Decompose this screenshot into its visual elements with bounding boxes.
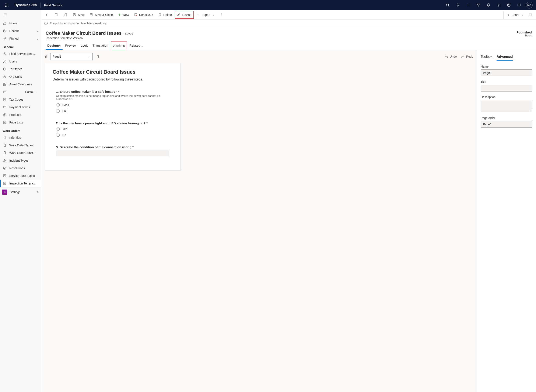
radio-option-yes[interactable]: Yes — [56, 127, 169, 131]
sidebar-item-postal-codes[interactable]: Postal Codes — [0, 88, 41, 96]
redo-button[interactable]: Redo — [461, 55, 473, 58]
sidebar-item-field-service-settings[interactable]: Field Service Setti... — [0, 50, 41, 58]
sidebar-item-incident-types[interactable]: Incident Types — [0, 157, 41, 164]
chevron-down-icon: ⌄ — [88, 55, 90, 58]
share-icon — [507, 13, 510, 17]
cmd-label: Deactivate — [139, 13, 153, 17]
open-new-window-button[interactable] — [61, 10, 70, 19]
cmd-label: Save — [78, 13, 85, 17]
sidebar-item-work-order-types[interactable]: Work Order Types — [0, 141, 41, 149]
new-button[interactable]: New — [116, 11, 131, 19]
filter-icon[interactable] — [473, 0, 483, 10]
sidebar-item-priorities[interactable]: Priorities — [0, 134, 41, 141]
sidebar-item-price-lists[interactable]: Price Lists — [0, 119, 41, 126]
sidebar-section-work-orders: Work Orders — [0, 126, 41, 134]
svg-point-8 — [8, 6, 9, 7]
tab-related[interactable]: Related ⌄ — [128, 42, 145, 50]
radio-option-no[interactable]: No — [56, 133, 169, 137]
sidebar-item-home[interactable]: Home — [0, 19, 41, 27]
tab-logic[interactable]: Logic — [79, 42, 90, 50]
search-icon[interactable] — [443, 0, 453, 10]
question-3[interactable]: 3. Describe the condition of the connect… — [53, 145, 173, 156]
svg-point-50 — [3, 167, 6, 169]
title-input[interactable] — [481, 85, 532, 92]
sidebar-item-label: Users — [9, 60, 38, 63]
sidebar-item-users[interactable]: Users — [0, 58, 41, 65]
add-icon[interactable] — [463, 0, 473, 10]
overflow-button[interactable] — [217, 10, 226, 19]
help-icon[interactable] — [504, 0, 514, 10]
radio-option-pass[interactable]: Pass — [56, 103, 169, 107]
brand-label[interactable]: Dynamics 365 — [12, 3, 40, 7]
sidebar-item-products[interactable]: Products — [0, 111, 41, 119]
export-button[interactable]: Export⌄ — [195, 11, 216, 19]
radio-option-fail[interactable]: Fail — [56, 109, 169, 113]
tab-designer[interactable]: Designer — [46, 42, 62, 50]
assistant-icon[interactable] — [514, 0, 524, 10]
description-input[interactable] — [481, 100, 532, 112]
form-tabs: Designer Preview Logic Translation Versi… — [41, 42, 536, 50]
global-header: Dynamics 365 Field Service MA — [0, 0, 536, 10]
sidebar-item-label: Recent — [9, 29, 34, 33]
chevron-updown-icon: ⇅ — [37, 190, 39, 194]
option-label: Fail — [62, 109, 67, 113]
text-answer-input[interactable] — [56, 150, 169, 156]
sidebar-item-inspection-templates[interactable]: Inspection Templa... — [0, 180, 41, 187]
avatar[interactable]: MA — [526, 2, 533, 9]
sidebar-item-label: Service Task Types — [9, 174, 38, 177]
panel-tab-toolbox[interactable]: Toolbox — [481, 54, 492, 61]
sidebar-area-switcher[interactable]: S Settings ⇅ — [0, 187, 41, 196]
sidebar-item-org-units[interactable]: Org Units — [0, 73, 41, 80]
side-panel-button[interactable] — [526, 10, 535, 19]
sidebar-item-territories[interactable]: Territories — [0, 65, 41, 73]
chevron-down-icon: ⌄ — [213, 14, 214, 16]
tab-translation[interactable]: Translation — [91, 42, 110, 50]
page-selector[interactable]: Page1 ⌄ — [50, 53, 93, 60]
sidebar-item-recent[interactable]: Recent ⌄ — [0, 27, 41, 35]
saved-indicator: - Saved — [123, 32, 133, 35]
cmd-label: Share — [512, 13, 519, 17]
gear-icon[interactable] — [493, 0, 504, 10]
lightbulb-icon[interactable] — [453, 0, 463, 10]
radio-icon — [56, 133, 60, 137]
svg-rect-38 — [3, 106, 6, 108]
save-close-button[interactable]: Save & Close — [88, 11, 115, 19]
question-2[interactable]: 2. Is the machine's power light and LED … — [53, 121, 173, 137]
sidebar-item-asset-categories[interactable]: Asset Categories — [0, 80, 41, 88]
svg-rect-60 — [91, 14, 92, 14]
panel-tab-advanced[interactable]: Advanced — [497, 54, 513, 61]
delete-button[interactable]: Delete — [156, 11, 174, 19]
cmd-label: Save & Close — [95, 13, 113, 17]
sidebar-item-resolutions[interactable]: Resolutions — [0, 164, 41, 172]
tab-versions[interactable]: Versions — [111, 42, 127, 50]
sidebar-item-service-task-types[interactable]: Service Task Types — [0, 172, 41, 180]
bell-icon[interactable] — [483, 0, 493, 10]
sidebar-item-label: Priorities — [9, 136, 38, 139]
page-order-input[interactable] — [481, 121, 532, 128]
svg-rect-74 — [46, 56, 47, 58]
name-input[interactable] — [481, 70, 532, 76]
app-launcher-icon[interactable] — [2, 0, 12, 10]
hamburger-icon[interactable] — [0, 10, 41, 19]
deactivate-button[interactable]: Deactivate — [132, 11, 155, 19]
sidebar-item-work-order-substatuses[interactable]: Work Order Subst... — [0, 149, 41, 157]
app-name-label[interactable]: Field Service — [42, 3, 65, 7]
sidebar-item-payment-terms[interactable]: Payment Terms — [0, 103, 41, 111]
undo-button[interactable]: Undo — [445, 55, 457, 58]
question-1[interactable]: 1. Ensure coffee maker is a safe locatio… — [53, 90, 173, 113]
home-icon — [3, 21, 7, 25]
save-button[interactable]: Save — [71, 11, 87, 19]
sidebar-item-pinned[interactable]: Pinned ⌄ — [0, 35, 41, 42]
sidebar-item-tax-codes[interactable]: Tax Codes — [0, 96, 41, 103]
delete-page-button[interactable] — [95, 54, 100, 59]
info-icon — [44, 22, 48, 25]
svg-point-6 — [5, 6, 6, 7]
tab-preview[interactable]: Preview — [63, 42, 78, 50]
revise-button[interactable]: Revise — [175, 11, 194, 19]
deactivate-icon — [134, 13, 138, 17]
product-icon — [3, 113, 7, 117]
back-button[interactable] — [42, 10, 52, 19]
share-button[interactable]: Share⌄ — [503, 11, 525, 19]
record-set-button[interactable] — [52, 10, 61, 19]
question-title: 3. Describe the condition of the connect… — [56, 145, 169, 149]
